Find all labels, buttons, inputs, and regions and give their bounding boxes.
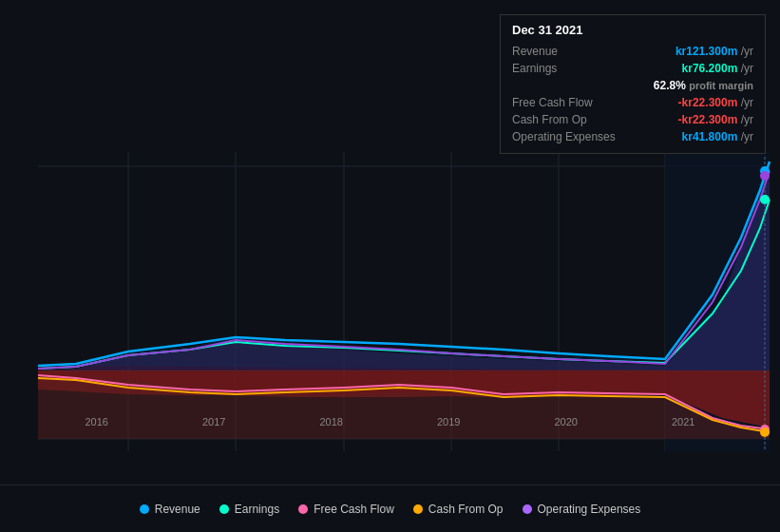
- tooltip-value-earnings: kr76.200m /yr: [682, 62, 753, 75]
- legend-label-fcf: Free Cash Flow: [314, 503, 394, 516]
- tooltip-box: Dec 31 2021 Revenue kr121.300m /yr Earni…: [500, 14, 766, 154]
- legend-dot-opex: [523, 504, 532, 514]
- tooltip-row-margin: 62.8% profit margin: [512, 77, 753, 94]
- legend-label-earnings: Earnings: [235, 503, 279, 516]
- svg-point-13: [760, 195, 770, 204]
- x-label-2019: 2019: [437, 416, 460, 428]
- tooltip-row-earnings: Earnings kr76.200m /yr: [512, 60, 753, 77]
- svg-point-14: [760, 171, 770, 180]
- legend-item-fcf[interactable]: Free Cash Flow: [298, 503, 394, 516]
- tooltip-label-opex: Operating Expenses: [512, 130, 626, 143]
- tooltip-value-cashop: -kr22.300m /yr: [678, 113, 753, 126]
- tooltip-label-earnings: Earnings: [512, 62, 626, 75]
- tooltip-row-opex: Operating Expenses kr41.800m /yr: [512, 128, 753, 145]
- legend-dot-earnings: [219, 504, 229, 514]
- svg-point-16: [760, 428, 770, 437]
- legend-dot-revenue: [140, 504, 149, 514]
- tooltip-row-revenue: Revenue kr121.300m /yr: [512, 43, 753, 60]
- tooltip-value-opex: kr41.800m /yr: [682, 130, 753, 143]
- legend-item-earnings[interactable]: Earnings: [219, 503, 279, 516]
- legend-item-opex[interactable]: Operating Expenses: [523, 503, 641, 516]
- tooltip-date: Dec 31 2021: [512, 23, 753, 37]
- legend-label-opex: Operating Expenses: [538, 503, 641, 516]
- legend-item-cashop[interactable]: Cash From Op: [413, 503, 504, 516]
- x-labels: 2016 2017 2018 2019 2020 2021: [0, 416, 780, 428]
- tooltip-value-margin: 62.8% profit margin: [654, 79, 753, 92]
- legend-dot-cashop: [413, 504, 423, 514]
- legend: Revenue Earnings Free Cash Flow Cash Fro…: [0, 484, 780, 532]
- legend-label-revenue: Revenue: [155, 503, 200, 516]
- legend-item-revenue[interactable]: Revenue: [140, 503, 200, 516]
- legend-dot-fcf: [298, 504, 308, 514]
- legend-label-cashop: Cash From Op: [428, 503, 504, 516]
- tooltip-value-fcf: -kr22.300m /yr: [678, 96, 753, 109]
- tooltip-row-cashop: Cash From Op -kr22.300m /yr: [512, 111, 753, 128]
- tooltip-row-fcf: Free Cash Flow -kr22.300m /yr: [512, 94, 753, 111]
- tooltip-value-revenue: kr121.300m /yr: [675, 45, 753, 58]
- tooltip-label-cashop: Cash From Op: [512, 113, 626, 126]
- x-label-2016: 2016: [86, 416, 108, 428]
- chart-area: kr140m kr0 -kr40m: [0, 0, 780, 484]
- x-label-2021: 2021: [672, 416, 694, 428]
- tooltip-label-fcf: Free Cash Flow: [512, 96, 626, 109]
- x-label-2018: 2018: [320, 416, 343, 428]
- x-label-2020: 2020: [555, 416, 578, 428]
- x-label-2017: 2017: [202, 416, 225, 428]
- tooltip-label-revenue: Revenue: [512, 45, 626, 58]
